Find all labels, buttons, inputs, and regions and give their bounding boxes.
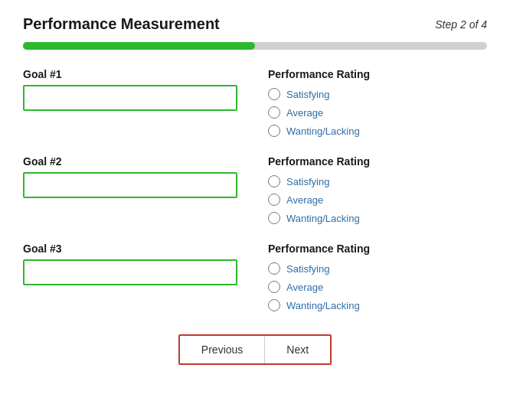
goal-left-1: Goal #1	[23, 68, 237, 111]
radio-1-1[interactable]	[268, 88, 280, 100]
radio-label-2-3[interactable]: Wanting/Lacking	[286, 213, 360, 224]
radio-1-2[interactable]	[268, 106, 280, 119]
page-title: Performance Measurement	[23, 15, 220, 33]
radio-item-3-3[interactable]: Wanting/Lacking	[268, 299, 487, 311]
progress-bar-container	[23, 42, 487, 50]
previous-button[interactable]: Previous	[180, 336, 265, 363]
rating-label-3: Performance Rating	[268, 243, 487, 255]
radio-label-1-3[interactable]: Wanting/Lacking	[286, 125, 360, 137]
radio-3-1[interactable]	[268, 262, 280, 275]
radio-label-1-2[interactable]: Average	[286, 107, 323, 119]
radio-label-3-1[interactable]: Satisfying	[286, 263, 329, 275]
radio-label-2-1[interactable]: Satisfying	[286, 176, 329, 187]
goals-section: Goal #1Performance RatingSatisfyingAvera…	[23, 68, 487, 311]
radio-3-2[interactable]	[268, 281, 280, 293]
goal-left-2: Goal #2	[23, 155, 237, 198]
radio-label-3-3[interactable]: Wanting/Lacking	[286, 300, 360, 311]
radio-item-1-2[interactable]: Average	[268, 106, 487, 119]
rating-right-1: Performance RatingSatisfyingAverageWanti…	[268, 68, 487, 137]
radio-label-2-2[interactable]: Average	[286, 194, 323, 206]
goal-input-2[interactable]	[23, 172, 237, 198]
rating-label-2: Performance Rating	[268, 155, 487, 168]
goal-row-2: Goal #2Performance RatingSatisfyingAvera…	[23, 155, 487, 224]
next-button[interactable]: Next	[265, 336, 330, 363]
radio-3-3[interactable]	[268, 299, 280, 311]
radio-item-3-1[interactable]: Satisfying	[268, 262, 487, 275]
radio-2-1[interactable]	[268, 175, 280, 187]
buttons-container: Previous Next	[23, 334, 487, 365]
radio-label-3-2[interactable]: Average	[286, 282, 323, 293]
goal-label-2: Goal #2	[23, 155, 237, 168]
radio-item-2-2[interactable]: Average	[268, 194, 487, 206]
step-indicator: Step 2 of 4	[435, 18, 487, 31]
radio-item-2-3[interactable]: Wanting/Lacking	[268, 212, 487, 224]
goal-label-3: Goal #3	[23, 243, 237, 255]
radio-1-3[interactable]	[268, 125, 280, 137]
page-header: Performance Measurement Step 2 of 4	[23, 15, 487, 33]
goal-row-3: Goal #3Performance RatingSatisfyingAvera…	[23, 243, 487, 311]
radio-group-1: SatisfyingAverageWanting/Lacking	[268, 88, 487, 137]
goal-label-1: Goal #1	[23, 68, 237, 80]
radio-item-3-2[interactable]: Average	[268, 281, 487, 293]
navigation-buttons: Previous Next	[178, 334, 332, 365]
progress-bar-fill	[23, 42, 255, 50]
rating-right-2: Performance RatingSatisfyingAverageWanti…	[268, 155, 487, 224]
radio-item-1-1[interactable]: Satisfying	[268, 88, 487, 100]
goal-left-3: Goal #3	[23, 243, 237, 285]
radio-group-3: SatisfyingAverageWanting/Lacking	[268, 262, 487, 311]
goal-row-1: Goal #1Performance RatingSatisfyingAvera…	[23, 68, 487, 137]
radio-group-2: SatisfyingAverageWanting/Lacking	[268, 175, 487, 224]
radio-item-2-1[interactable]: Satisfying	[268, 175, 487, 187]
rating-label-1: Performance Rating	[268, 68, 487, 80]
radio-2-2[interactable]	[268, 194, 280, 206]
radio-item-1-3[interactable]: Wanting/Lacking	[268, 125, 487, 137]
rating-right-3: Performance RatingSatisfyingAverageWanti…	[268, 243, 487, 311]
radio-2-3[interactable]	[268, 212, 280, 224]
radio-label-1-1[interactable]: Satisfying	[286, 89, 329, 100]
goal-input-1[interactable]	[23, 85, 237, 111]
goal-input-3[interactable]	[23, 259, 237, 285]
